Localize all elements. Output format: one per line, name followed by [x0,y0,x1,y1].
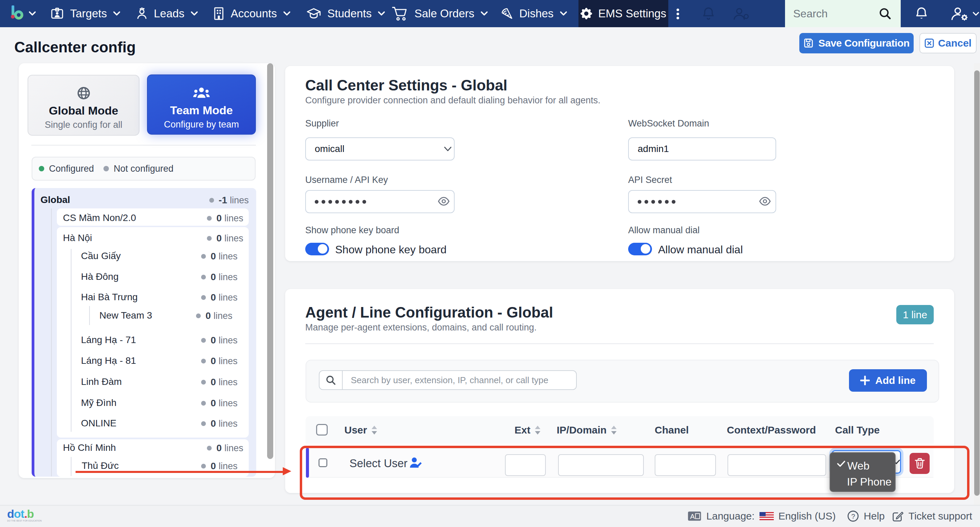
svg-text:A: A [690,512,695,520]
svg-text:?: ? [851,513,855,520]
